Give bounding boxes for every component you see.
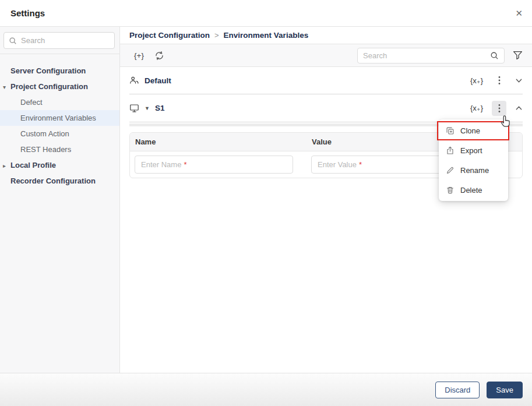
menu-item-label: Export	[460, 146, 482, 155]
column-header-name: Name	[130, 137, 306, 146]
section-s1: ▼ S1 {x₊}	[129, 94, 523, 122]
sidebar-nav: Server Configuration ▾ Project Configura…	[0, 54, 119, 189]
sidebar-item-defect[interactable]: Defect	[0, 94, 119, 110]
content-area: Default {x₊}	[120, 67, 532, 373]
add-variable-icon[interactable]: {x₊}	[470, 104, 483, 112]
sidebar-item-label: REST Headers	[20, 145, 71, 154]
breadcrumb-separator: >	[214, 31, 219, 40]
required-marker: *	[359, 160, 362, 169]
chevron-up-icon[interactable]	[515, 104, 523, 112]
menu-item-label: Delete	[460, 186, 482, 195]
clone-icon	[446, 126, 455, 135]
breadcrumb: Project Configuration > Environment Vari…	[120, 27, 532, 44]
section-title-s1[interactable]: S1	[155, 104, 165, 112]
context-menu: Clone Export	[439, 119, 508, 201]
menu-item-clone[interactable]: Clone	[439, 121, 508, 140]
sidebar-search-input[interactable]	[21, 36, 110, 45]
required-marker: *	[184, 160, 186, 169]
menu-item-rename[interactable]: Rename	[439, 160, 508, 180]
sidebar: Server Configuration ▾ Project Configura…	[0, 27, 120, 373]
menu-item-label: Clone	[460, 126, 480, 135]
sidebar-item-server-configuration[interactable]: Server Configuration	[0, 63, 119, 79]
toolbar: {+}	[120, 44, 532, 67]
discard-button[interactable]: Discard	[435, 382, 480, 398]
sidebar-item-label: Environment Variables	[20, 114, 96, 122]
pencil-icon	[446, 166, 455, 175]
sidebar-item-label: Local Profile	[10, 161, 56, 170]
breadcrumb-environment-variables: Environment Variables	[224, 31, 309, 40]
breadcrumb-project-configuration[interactable]: Project Configuration	[129, 31, 210, 40]
value-placeholder: Enter Value	[318, 160, 357, 169]
name-field[interactable]: Enter Name *	[135, 156, 293, 174]
sidebar-item-rest-headers[interactable]: REST Headers	[0, 142, 119, 157]
caret-down-icon[interactable]: ▾	[3, 83, 6, 90]
dialog-title: Settings	[10, 8, 45, 18]
section-default: Default {x₊}	[129, 67, 523, 94]
section-title-default[interactable]: Default	[145, 76, 171, 85]
sync-icon[interactable]	[154, 51, 164, 61]
sidebar-item-label: Defect	[20, 98, 43, 107]
filter-icon[interactable]	[513, 51, 523, 60]
variables-search[interactable]	[357, 48, 505, 63]
add-variables-icon[interactable]: {+}	[134, 51, 144, 60]
monitor-icon	[129, 104, 139, 113]
caret-right-icon[interactable]: ▸	[3, 162, 6, 168]
menu-item-delete[interactable]: Delete	[439, 180, 508, 200]
settings-dialog: Settings ✕ Server Configuration ▾ Projec…	[0, 0, 532, 406]
sidebar-item-label: Project Configuration	[10, 82, 88, 91]
sidebar-item-label: Server Configuration	[10, 66, 86, 75]
search-icon	[9, 37, 17, 45]
export-icon	[446, 146, 455, 155]
search-icon	[490, 51, 499, 60]
kebab-menu-icon[interactable]	[492, 101, 506, 116]
sidebar-item-label: Recorder Configuration	[10, 176, 96, 185]
sidebar-item-label: Custom Action	[20, 129, 69, 138]
menu-item-label: Rename	[460, 166, 489, 175]
trash-icon	[446, 186, 455, 195]
titlebar: Settings ✕	[0, 0, 532, 27]
variables-search-input[interactable]	[363, 51, 487, 60]
sidebar-item-custom-action[interactable]: Custom Action	[0, 126, 119, 142]
close-icon[interactable]: ✕	[515, 9, 523, 17]
sidebar-item-project-configuration[interactable]: ▾ Project Configuration	[0, 79, 119, 94]
caret-down-icon[interactable]: ▼	[145, 105, 150, 111]
user-group-icon	[129, 76, 139, 85]
kebab-menu-icon[interactable]	[492, 73, 506, 88]
chevron-down-icon[interactable]	[515, 77, 523, 84]
menu-item-export[interactable]: Export	[439, 140, 508, 160]
sidebar-item-local-profile[interactable]: ▸ Local Profile	[0, 157, 119, 173]
save-button[interactable]: Save	[487, 382, 523, 398]
name-placeholder: Enter Name	[141, 160, 181, 169]
main-panel: Project Configuration > Environment Vari…	[120, 27, 532, 373]
sidebar-search[interactable]	[3, 32, 115, 49]
sidebar-item-recorder-configuration[interactable]: Recorder Configuration	[0, 173, 119, 189]
footer: Discard Save	[0, 373, 532, 406]
sidebar-item-environment-variables[interactable]: Environment Variables	[0, 110, 119, 126]
add-variable-icon[interactable]: {x₊}	[470, 76, 483, 85]
